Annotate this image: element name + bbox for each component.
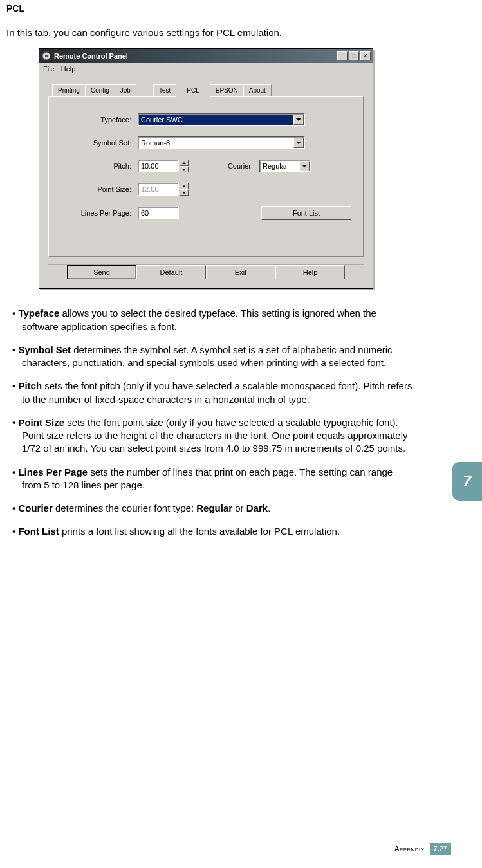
dropdown-icon[interactable] [299,161,310,171]
send-button[interactable]: Send [67,265,136,279]
tab-epson[interactable]: EPSON [210,84,244,97]
pitch-spinner[interactable]: 10.00 [138,160,189,172]
bullet-typeface: Typeface allows you to select the desire… [6,307,412,333]
spin-down-icon[interactable] [180,166,189,172]
default-button[interactable]: Default [136,265,206,279]
help-button[interactable]: Help [275,265,345,279]
section-title: PCL [6,3,451,15]
symbolset-combo[interactable]: Roman-8 [138,136,305,149]
lpp-value[interactable]: 60 [138,207,179,219]
pointsize-value: 12.00 [138,183,179,196]
titlebar: Remote Control Panel _ □ ✕ [39,49,373,63]
pointsize-spinner: 12.00 [138,183,189,196]
tab-about[interactable]: About [243,84,272,97]
bullet-fontlist: Font List prints a font list showing all… [6,525,412,538]
label-typeface: Typeface: [60,115,138,125]
bullet-pitch: Pitch sets the font pitch (only if you h… [6,380,412,406]
svg-rect-1 [45,55,48,57]
dropdown-icon[interactable] [293,138,304,148]
symbolset-value: Roman-8 [141,138,170,148]
intro-text: In this tab, you can configure various s… [6,26,451,39]
remote-control-panel-window: Remote Control Panel _ □ ✕ File Help Pri… [39,48,373,289]
menu-file[interactable]: File [43,64,55,74]
tab-pcl[interactable]: PCL [176,84,210,98]
typeface-combo[interactable]: Courier SWC [138,113,305,126]
menubar: File Help [39,63,373,77]
label-lpp: Lines Per Page: [60,208,138,218]
maximize-button[interactable]: □ [349,51,359,60]
typeface-value: Courier SWC [141,115,183,125]
pitch-value[interactable]: 10.00 [138,160,179,172]
tab-test[interactable]: Test [153,84,176,97]
minimize-button[interactable]: _ [337,51,348,60]
bottom-button-bar: Send Default Exit Help [48,264,364,279]
label-pointsize: Point Size: [60,185,138,194]
bullet-courier: Courier determines the courier font type… [6,502,412,515]
footer-page: 7.27 [430,843,451,855]
fontlist-button[interactable]: Font List [261,206,351,220]
menu-help[interactable]: Help [61,64,76,74]
app-icon [42,51,51,60]
exit-button[interactable]: Exit [206,265,275,279]
tab-spacer [136,93,154,96]
description-list: Typeface allows you to select the desire… [6,307,451,538]
tab-config[interactable]: Config [85,84,115,97]
tabpane-pcl: Typeface: Courier SWC Symbol Set: Roman-… [48,96,364,257]
dropdown-icon[interactable] [293,115,304,125]
label-pitch: Pitch: [60,162,138,171]
spin-up-icon [180,183,189,189]
page-footer: Appendix 7.27 [394,843,451,855]
courier-combo[interactable]: Regular [259,160,311,172]
bullet-symbolset: Symbol Set determines the symbol set. A … [6,344,412,370]
tabs: Printing Config Job Test PCL EPSON About [52,83,364,97]
courier-value: Regular [263,162,288,171]
window-title: Remote Control Panel [54,51,337,61]
close-button[interactable]: ✕ [360,51,371,60]
label-courier: Courier: [189,162,259,171]
bullet-lpp: Lines Per Page sets the number of lines … [6,466,412,492]
chapter-tab: 7 [452,462,482,501]
tab-job[interactable]: Job [115,84,136,97]
footer-appendix: Appendix [394,844,424,854]
bullet-pointsize: Point Size sets the font point size (onl… [6,416,412,456]
spin-down-icon [180,189,189,196]
spin-up-icon[interactable] [180,160,189,166]
tab-printing[interactable]: Printing [52,84,86,97]
label-symbolset: Symbol Set: [60,138,138,148]
